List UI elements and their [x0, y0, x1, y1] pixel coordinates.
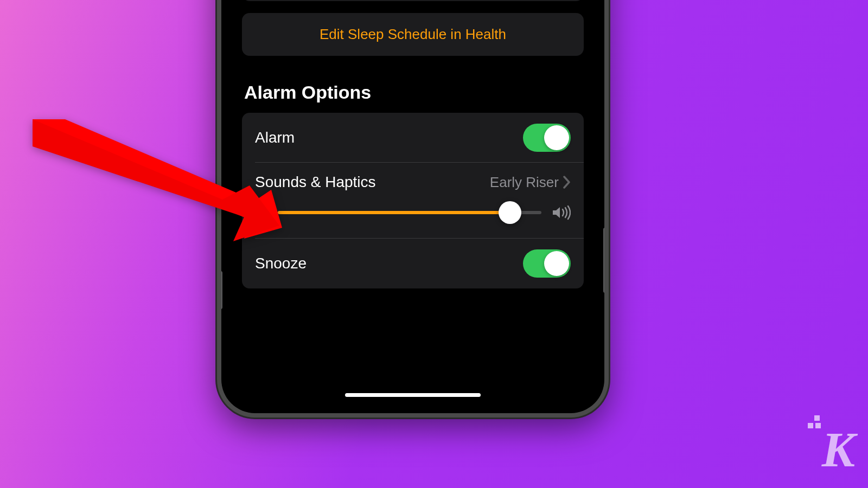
edit-sleep-schedule-label: Edit Sleep Schedule in Health — [320, 26, 506, 42]
snooze-label: Snooze — [255, 255, 307, 272]
volume-slider[interactable] — [278, 202, 541, 223]
home-indicator[interactable] — [345, 393, 481, 397]
sounds-haptics-label: Sounds & Haptics — [255, 174, 376, 191]
snooze-row: Snooze — [242, 239, 584, 288]
side-button-left — [219, 271, 222, 309]
slider-fill — [278, 211, 510, 214]
alarm-options-title: Alarm Options — [244, 82, 584, 103]
side-button-right — [603, 228, 607, 293]
volume-slider-row — [242, 194, 584, 239]
toggle-knob — [544, 125, 569, 150]
alarm-row: Alarm — [242, 113, 584, 163]
volume-low-icon — [255, 205, 268, 220]
sounds-haptics-row[interactable]: Sounds & Haptics Early Riser — [242, 163, 584, 194]
alarm-toggle[interactable] — [523, 124, 571, 152]
snooze-toggle[interactable] — [523, 249, 571, 278]
watermark-letter: K — [822, 422, 853, 477]
alarm-label: Alarm — [255, 129, 295, 146]
volume-high-icon — [551, 205, 571, 220]
slider-thumb[interactable] — [499, 201, 521, 224]
sounds-haptics-value: Early Riser — [490, 174, 571, 191]
sleep-goal-card: This schedule meets your sleep goal. — [242, 0, 584, 1]
phone-screen: This schedule meets your sleep goal. Edi… — [227, 0, 599, 408]
watermark: K — [822, 421, 853, 478]
sounds-haptics-value-text: Early Riser — [490, 174, 559, 191]
toggle-knob — [544, 251, 569, 276]
alarm-options-group: Alarm Sounds & Haptics Early Riser — [242, 113, 584, 288]
phone-frame: This schedule meets your sleep goal. Edi… — [217, 0, 609, 418]
chevron-right-icon — [563, 176, 571, 189]
edit-sleep-schedule-button[interactable]: Edit Sleep Schedule in Health — [242, 13, 584, 56]
